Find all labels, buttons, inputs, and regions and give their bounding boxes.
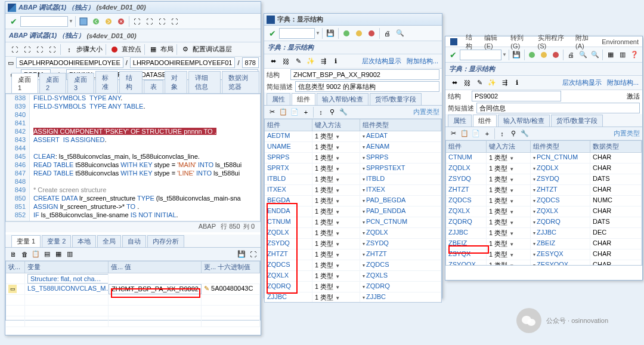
- cancel-icon[interactable]: [550, 49, 562, 61]
- cancel-icon[interactable]: [366, 27, 377, 39]
- whereused-icon[interactable]: ⇶: [499, 78, 510, 88]
- info-icon[interactable]: ℹ: [512, 78, 522, 88]
- tab-var2[interactable]: 变量 2: [42, 235, 71, 247]
- variable-row[interactable]: [6, 295, 260, 306]
- code-line[interactable]: 846READ TABLE t588uiconvclas WITH KEY st…: [6, 161, 260, 170]
- insert-icon[interactable]: +: [482, 128, 493, 139]
- fullscreen-icon[interactable]: ⛶: [247, 249, 258, 260]
- code-line[interactable]: 842ASSIGN COMPONENT 'PSKEY' OF STRUCTURE…: [6, 128, 260, 136]
- variable-row[interactable]: [6, 316, 260, 327]
- tab-desk3[interactable]: 桌面 3: [67, 73, 94, 93]
- component-row[interactable]: ZQDLX1 类型 ▼▾ZQDLX: [265, 228, 441, 239]
- step-over-icon[interactable]: ⛶: [144, 16, 156, 27]
- program-field[interactable]: SAPLHRPADOOHIREEMPLOYEE: [16, 57, 123, 68]
- code-line[interactable]: 839FIELD-SYMBOLS TYPE ANY TABLE.: [6, 103, 260, 111]
- tab-curr[interactable]: 货币/数量字段: [370, 93, 422, 105]
- variable-row[interactable]: ▭LS_T588UICONVCLAS_M…ZHCMT_BSP_PA_XX_R90…: [6, 284, 260, 295]
- desc-field[interactable]: 信息类型 9002 的屏幕结构: [295, 81, 439, 92]
- component-row[interactable]: BEGDA1 类型 ▼▾PAD_BEGDA: [265, 196, 441, 207]
- step-small-icon[interactable]: ⛶: [21, 44, 32, 55]
- tool-icon[interactable]: 🔧: [338, 107, 349, 118]
- sap-icon[interactable]: [449, 36, 459, 47]
- include-field[interactable]: LHRPADOOHIREEMPLOYEEF01: [130, 57, 236, 68]
- component-row[interactable]: ZJJBC1 类型 ▼▾ZJJBCDEC: [446, 228, 642, 239]
- back-icon[interactable]: [340, 27, 352, 39]
- tab-browse[interactable]: 数据浏览器: [222, 71, 259, 93]
- code-editor[interactable]: 838FIELD-SYMBOLS TYPE ANY.839FIELD-SYMBO…: [5, 94, 261, 221]
- tab-standard[interactable]: 标准: [95, 71, 118, 93]
- code-line[interactable]: 850CREATE DATA lr_screen_structure TYPE …: [6, 195, 260, 203]
- tab-help[interactable]: 输入帮助/检查: [317, 93, 369, 105]
- code-line[interactable]: 838FIELD-SYMBOLS TYPE ANY.: [6, 94, 260, 103]
- code-line[interactable]: 844: [6, 144, 260, 153]
- step-out-icon[interactable]: ⛶: [169, 16, 181, 27]
- filter-icon[interactable]: ⚲: [508, 128, 519, 139]
- tool-icon[interactable]: 🔧: [519, 128, 530, 139]
- toolbar-back-icon[interactable]: [90, 16, 102, 27]
- menu-goto[interactable]: 转到(G): [510, 33, 530, 50]
- step-small-icon[interactable]: ⛶: [34, 44, 45, 55]
- struct-icon[interactable]: ▦: [53, 249, 64, 260]
- component-row[interactable]: ZBEIZ1 类型 ▼▾ZBEIZCHAR: [446, 239, 642, 249]
- save-icon[interactable]: 💾: [511, 49, 522, 61]
- find-next-icon[interactable]: 🔍: [589, 49, 600, 61]
- code-line[interactable]: 841: [6, 119, 260, 128]
- tab-desk1[interactable]: 桌面 1: [11, 73, 38, 93]
- activate-icon[interactable]: ✨: [305, 56, 316, 67]
- tab-struct[interactable]: 结构: [119, 71, 142, 93]
- sort-icon[interactable]: ↕: [497, 128, 507, 139]
- menu-edit[interactable]: 编辑(E): [484, 33, 503, 50]
- cut-icon[interactable]: ✂: [448, 128, 459, 139]
- code-line[interactable]: 845CLEAR: ls_t588uiconvclas_main, ls_t58…: [6, 153, 260, 161]
- tab-comp[interactable]: 组件: [292, 93, 315, 105]
- struct-name-field[interactable]: ZHCMT_BSP_PA_XX_R9002: [290, 69, 439, 80]
- activate-icon[interactable]: ✨: [487, 78, 497, 88]
- variable-row[interactable]: Structure: flat, not cha…2000200020C: [6, 273, 260, 284]
- component-row[interactable]: SPRPS1 类型 ▼▾SPRPS: [265, 153, 441, 164]
- back-icon[interactable]: [527, 49, 538, 61]
- copy-icon[interactable]: 📋: [459, 128, 470, 139]
- step-into-icon[interactable]: ⛶: [156, 16, 168, 27]
- paste-icon[interactable]: 📄: [289, 107, 300, 118]
- variable-grid[interactable]: 状... 变量 值... 值 更... 十六进制值 Structure: fla…: [5, 261, 261, 321]
- tab-comp[interactable]: 组件: [473, 115, 497, 127]
- component-row[interactable]: ZQXLX1 类型 ▼▾ZQXLXCHAR: [446, 207, 642, 217]
- breakpoint-red-icon[interactable]: [109, 44, 120, 55]
- print-icon[interactable]: 🖨: [382, 27, 394, 39]
- tab-detail[interactable]: 详细信息: [188, 71, 221, 93]
- tab-attr[interactable]: 属性: [448, 115, 472, 127]
- toggle-icon[interactable]: ▥: [617, 49, 628, 61]
- tab-curr[interactable]: 货币/数量字段: [551, 115, 603, 127]
- tab-memory[interactable]: 内存分析: [147, 235, 184, 247]
- transaction-input[interactable]: [460, 50, 501, 60]
- copy-icon[interactable]: 📋: [278, 107, 289, 118]
- step-size-icon[interactable]: ↕: [64, 44, 75, 55]
- desc-field[interactable]: 合同信息: [476, 103, 640, 113]
- component-row[interactable]: ZQXLX1 类型 ▼▾ZQXLS: [265, 271, 441, 282]
- code-line[interactable]: 851ASSIGN lr_screen_structure->* TO .: [6, 203, 260, 211]
- paste-icon[interactable]: 📄: [470, 128, 481, 139]
- sort-icon[interactable]: ↕: [315, 107, 326, 118]
- code-line[interactable]: 847READ TABLE t588uiconvclas WITH KEY st…: [6, 170, 260, 178]
- tab-table[interactable]: 表: [144, 80, 163, 93]
- cut-icon[interactable]: ✂: [267, 107, 277, 118]
- config-icon[interactable]: ⚙: [180, 44, 191, 55]
- print-icon[interactable]: 🖨: [565, 49, 577, 61]
- component-row[interactable]: AEDTM1 类型 ▼▾AEDAT: [265, 131, 441, 142]
- save-icon[interactable]: 💾: [324, 27, 336, 39]
- transaction-input[interactable]: [279, 28, 315, 39]
- tab-auto[interactable]: 自动: [122, 235, 146, 247]
- table-icon[interactable]: ▥: [64, 249, 75, 260]
- menu-extra[interactable]: 附加(A): [575, 33, 595, 50]
- toolbar-exit-icon[interactable]: [103, 16, 114, 27]
- component-row[interactable]: ZQDCS1 类型 ▼▾ZQDCS: [265, 260, 441, 271]
- find-icon[interactable]: 🔍: [394, 27, 406, 39]
- component-row[interactable]: ITXEX1 类型 ▼▾ITXEX: [265, 185, 441, 196]
- find-icon[interactable]: 🔍: [577, 49, 589, 61]
- execute-icon[interactable]: ✔: [267, 27, 278, 39]
- component-row[interactable]: CTNUM1 类型 ▼▾PCN_CTNUMCHAR: [446, 153, 642, 164]
- toolbar-save-icon[interactable]: [78, 16, 89, 27]
- component-row[interactable]: SPRTX1 类型 ▼▾SPRPSTEXT: [265, 164, 441, 174]
- display-icon[interactable]: ⬌: [449, 78, 460, 88]
- component-row[interactable]: ZQDLX1 类型 ▼▾ZQDLXCHAR: [446, 164, 642, 174]
